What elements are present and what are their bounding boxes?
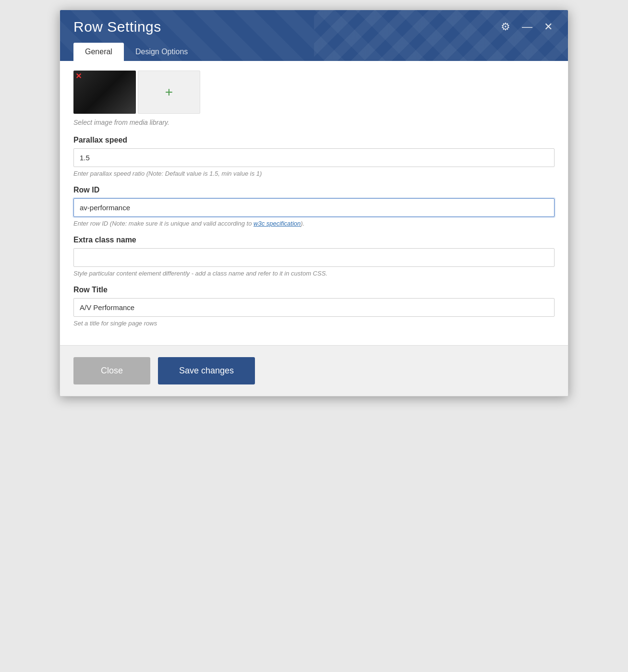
extra-class-hint: Style particular content element differe… (73, 270, 555, 277)
minimize-button[interactable]: — (520, 20, 534, 34)
image-hint: Select image from media library. (73, 119, 555, 126)
extra-class-input[interactable] (73, 248, 555, 267)
image-thumb-bg (73, 71, 136, 114)
close-button[interactable]: ✕ (542, 20, 555, 34)
tab-design-options[interactable]: Design Options (124, 43, 199, 61)
parallax-speed-input[interactable] (73, 148, 555, 167)
row-title-input[interactable] (73, 298, 555, 317)
modal-title: Row Settings (73, 19, 161, 35)
row-id-section: Row ID Enter row ID (Note: make sure it … (73, 186, 555, 227)
w3c-spec-link[interactable]: w3c specification (254, 220, 301, 227)
plus-icon: + (165, 84, 173, 100)
row-id-label: Row ID (73, 186, 555, 194)
extra-class-label: Extra class name (73, 236, 555, 244)
save-changes-button[interactable]: Save changes (158, 357, 255, 384)
row-title-hint: Set a title for single page rows (73, 320, 555, 327)
image-picker-area: ✕ + (73, 71, 555, 114)
modal-header-top: Row Settings ⚙ — ✕ (73, 19, 555, 35)
gear-button[interactable]: ⚙ (499, 20, 512, 34)
tabs-container: General Design Options (73, 43, 555, 61)
close-icon: ✕ (544, 22, 553, 32)
parallax-speed-section: Parallax speed Enter parallax speed rati… (73, 136, 555, 177)
row-id-input[interactable] (73, 198, 555, 217)
tab-general[interactable]: General (73, 43, 124, 61)
close-button-footer[interactable]: Close (73, 357, 150, 384)
row-settings-modal: Row Settings ⚙ — ✕ General Design Option… (60, 10, 568, 396)
header-actions: ⚙ — ✕ (499, 20, 555, 34)
row-title-label: Row Title (73, 286, 555, 294)
minimize-icon: — (522, 22, 532, 32)
image-thumbnail: ✕ (73, 71, 136, 114)
row-title-section: Row Title Set a title for single page ro… (73, 286, 555, 327)
modal-header: Row Settings ⚙ — ✕ General Design Option… (60, 10, 568, 61)
parallax-speed-hint: Enter parallax speed ratio (Note: Defaul… (73, 170, 555, 177)
gear-icon: ⚙ (501, 22, 510, 32)
modal-footer: Close Save changes (60, 345, 568, 396)
image-add-button[interactable]: + (138, 71, 200, 114)
modal-body: ✕ + Select image from media library. Par… (60, 61, 568, 345)
extra-class-section: Extra class name Style particular conten… (73, 236, 555, 277)
image-remove-button[interactable]: ✕ (75, 72, 82, 80)
parallax-speed-label: Parallax speed (73, 136, 555, 144)
row-id-hint: Enter row ID (Note: make sure it is uniq… (73, 220, 555, 227)
